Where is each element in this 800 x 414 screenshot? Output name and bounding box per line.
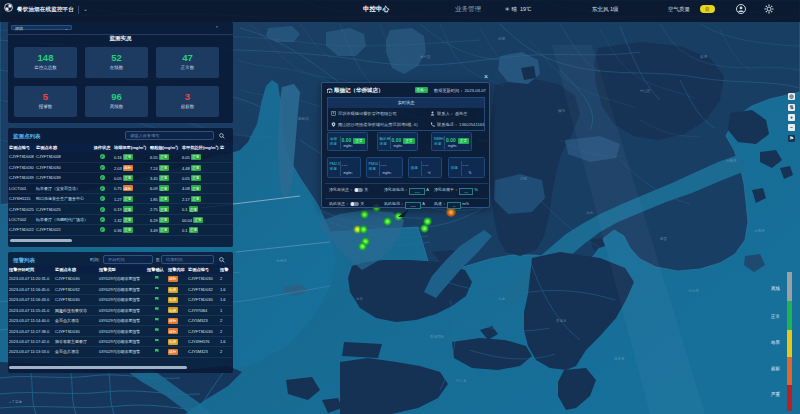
svg-text:香港国际: 香港国际 xyxy=(430,334,445,339)
svg-text:九龙: 九龙 xyxy=(498,297,506,301)
svg-text:将军澳: 将军澳 xyxy=(613,357,625,361)
svg-text:后海湾: 后海湾 xyxy=(276,259,287,263)
svg-text:沙田: 沙田 xyxy=(520,176,527,181)
svg-text:西贡: 西贡 xyxy=(660,237,668,241)
svg-text:香港岛: 香港岛 xyxy=(556,318,567,323)
svg-text:观澜: 观澜 xyxy=(498,36,506,41)
svg-text:横岗: 横岗 xyxy=(558,109,566,113)
svg-text:南丫岛: 南丫岛 xyxy=(456,379,467,383)
svg-text:清水湾: 清水湾 xyxy=(688,289,699,293)
svg-text:葵涌: 葵涌 xyxy=(700,54,708,59)
svg-text:大埔: 大埔 xyxy=(586,211,594,215)
svg-text:牛尾海: 牛尾海 xyxy=(754,229,765,233)
svg-text:西丽湖: 西丽湖 xyxy=(298,117,309,121)
svg-text:青衣: 青衣 xyxy=(356,297,364,301)
svg-text:坪山区: 坪山区 xyxy=(639,89,651,93)
svg-text:龙华区: 龙华区 xyxy=(420,55,431,59)
svg-text:大鹏湾: 大鹏湾 xyxy=(726,158,737,163)
